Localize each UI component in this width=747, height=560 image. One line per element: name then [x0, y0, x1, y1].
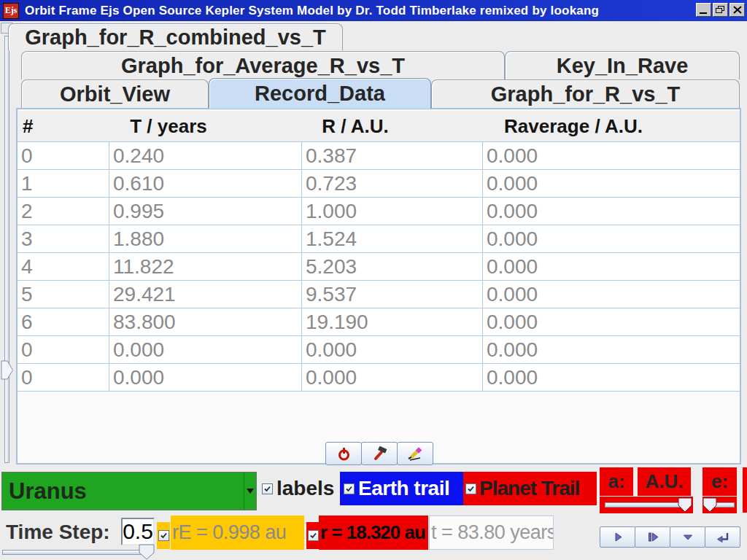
a-slider[interactable]: [600, 497, 693, 513]
table-cell: 5: [18, 281, 109, 308]
column-header: Raverage / A.U.: [482, 115, 740, 138]
check-icon: [467, 485, 475, 493]
table-cell: 0.000: [301, 336, 482, 363]
table-row[interactable]: 00.2400.3870.000: [18, 142, 740, 170]
step-button[interactable]: [635, 526, 670, 548]
re-checkbox[interactable]: [158, 530, 169, 541]
labels-checkbox-label: labels: [276, 477, 334, 500]
r-value-label: r = 18.320 au: [319, 516, 428, 550]
table-body: 00.2400.3870.00010.6100.7230.00020.9951.…: [18, 142, 740, 392]
earth-trail-checkbox-group[interactable]: Earth trail: [340, 472, 463, 505]
column-header: R / A.U.: [301, 115, 482, 138]
table-cell: 83.800: [109, 308, 301, 335]
time-step-slider-track[interactable]: [2, 550, 152, 555]
tab-graph-for-r-vs-t[interactable]: Graph_for_R_vs_T: [431, 79, 740, 109]
planet-trail-checkbox[interactable]: [465, 483, 476, 494]
table-cell: 1.000: [301, 198, 482, 225]
check-icon: [160, 532, 168, 540]
table-cell: 0.000: [482, 281, 740, 308]
planet-trail-checkbox-group[interactable]: Planet Trail: [463, 472, 597, 505]
table-row[interactable]: 411.8225.2030.000: [18, 253, 740, 281]
hammer-button[interactable]: [361, 442, 398, 465]
power-button[interactable]: [325, 442, 362, 465]
table-cell: 0: [18, 336, 109, 363]
chevron-down-icon: [247, 489, 254, 494]
check-icon: [345, 485, 353, 493]
e-slider[interactable]: [703, 497, 737, 513]
ejs-app-icon: Ejs: [3, 3, 19, 19]
table-cell: 19.190: [301, 308, 482, 335]
minimize-icon: [700, 12, 707, 14]
playback-toolbar: [600, 526, 740, 548]
table-cell: 0.000: [482, 336, 740, 363]
app-window: Ejs Orbit Frame Ejs Open Source Kepler S…: [0, 0, 747, 560]
table-row[interactable]: 20.9951.0000.000: [18, 198, 740, 225]
time-step-slider[interactable]: [0, 544, 155, 560]
close-icon: [733, 6, 742, 14]
planet-dropdown-arrow-button[interactable]: [244, 472, 256, 510]
table-cell: 29.421: [109, 281, 301, 308]
earth-trail-checkbox[interactable]: [344, 483, 355, 494]
table-cell: 1.880: [109, 225, 301, 252]
e-label: e:: [703, 467, 737, 496]
title-bar: Ejs Orbit Frame Ejs Open Source Kepler S…: [0, 0, 747, 21]
r-checkbox[interactable]: [308, 530, 319, 541]
column-header: #: [18, 115, 109, 138]
time-step-label: Time Step:: [6, 518, 110, 546]
table-cell: 3: [18, 225, 109, 252]
table-cell: 0.610: [109, 170, 301, 197]
reset-button[interactable]: [705, 526, 740, 548]
table-row[interactable]: 00.0000.0000.000: [18, 336, 740, 364]
table-cell: 0.000: [109, 336, 301, 363]
table-cell: 0.387: [301, 142, 482, 169]
table-cell: 0.000: [482, 308, 740, 335]
table-row[interactable]: 31.8801.5240.000: [18, 225, 740, 253]
restore-button[interactable]: [713, 3, 728, 17]
table-cell: 0.000: [482, 170, 740, 197]
table-cell: 1.524: [301, 225, 482, 252]
step-icon: [646, 530, 660, 544]
table-cell: 0.000: [482, 253, 740, 280]
re-checkbox-tile: [157, 522, 170, 549]
planet-dropdown-value: Uranus: [2, 478, 87, 505]
e-slider-thumb[interactable]: [703, 497, 717, 516]
labels-checkbox[interactable]: [262, 483, 273, 494]
eraser-button[interactable]: [397, 442, 433, 465]
tab-graph-for-average-r-vs-t[interactable]: Graph_for_Average_R_vs_T: [21, 51, 505, 79]
vertical-slider[interactable]: [0, 23, 15, 469]
check-icon: [263, 485, 271, 493]
labels-checkbox-group[interactable]: labels: [262, 472, 334, 505]
tab-graph-for-r-combined-vs-t[interactable]: Graph_for_R_combined_vs_T: [8, 23, 343, 50]
earth-trail-label: Earth trail: [358, 477, 449, 500]
table-cell: 0.000: [482, 364, 740, 391]
play-button[interactable]: [600, 526, 635, 548]
close-button[interactable]: [729, 3, 745, 17]
vertical-slider-thumb[interactable]: [1, 360, 14, 383]
time-step-input[interactable]: 0.5: [121, 518, 155, 545]
vertical-slider-track[interactable]: [4, 36, 9, 463]
table-cell: 0.723: [301, 170, 482, 197]
time-step-slider-thumb[interactable]: [139, 544, 155, 560]
check-icon: [309, 532, 317, 540]
down-button[interactable]: [670, 526, 705, 548]
table-cell: 0.000: [109, 364, 301, 391]
window-controls: [696, 3, 745, 17]
a-slider-track[interactable]: [605, 502, 686, 508]
tab-key-in-rave[interactable]: Key_In_Rave: [505, 51, 740, 79]
table-row[interactable]: 529.4219.5370.000: [18, 281, 740, 308]
a-slider-thumb[interactable]: [678, 497, 692, 516]
table-row[interactable]: 00.0000.0000.000: [18, 364, 740, 392]
table-row[interactable]: 10.6100.7230.000: [18, 170, 740, 198]
down-icon: [681, 530, 695, 544]
table-row[interactable]: 683.80019.1900.000: [18, 308, 740, 336]
planet-dropdown[interactable]: Uranus: [1, 472, 257, 510]
tab-orbit-view[interactable]: Orbit_View: [21, 79, 209, 109]
table-cell: 0.000: [482, 198, 740, 225]
tab-record-data[interactable]: Record_Data: [209, 78, 431, 109]
clipped-red-control: [743, 467, 747, 513]
minimize-button[interactable]: [696, 3, 711, 17]
play-icon: [611, 530, 625, 544]
r-checkbox-tile: [306, 522, 320, 549]
table-header-row: # T / years R / A.U. Raverage / A.U.: [18, 111, 740, 142]
restore-icon: [716, 6, 725, 14]
